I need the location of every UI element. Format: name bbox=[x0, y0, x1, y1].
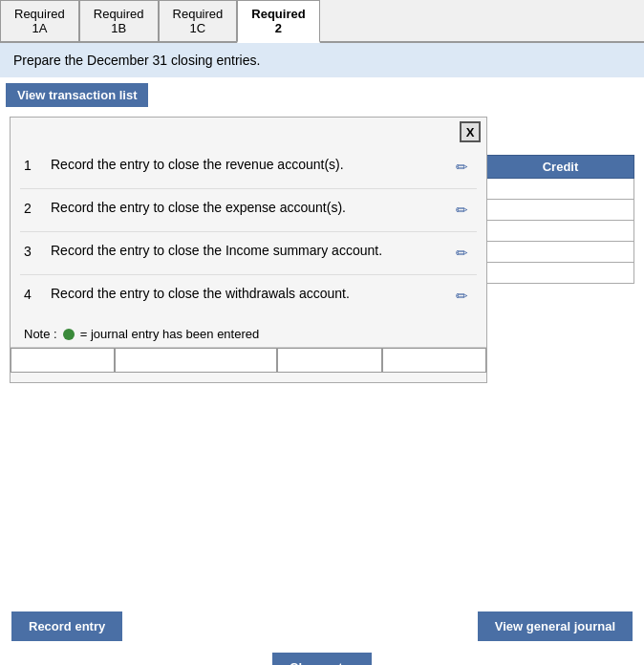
entry-num-4: 4 bbox=[24, 285, 43, 302]
bottom-buttons-row: Record entry View general journal bbox=[0, 604, 644, 649]
main-area: X 1 Record the entry to close the revenu… bbox=[0, 107, 644, 604]
entry-num-2: 2 bbox=[24, 199, 43, 216]
journal-cell-1 bbox=[487, 179, 634, 200]
popup-bottom-input-bar bbox=[11, 347, 486, 373]
journal-row-3 bbox=[487, 221, 634, 242]
entry-text-3: Record the entry to close the Income sum… bbox=[51, 242, 442, 261]
clear-entry-row: Clear entry bbox=[0, 649, 644, 665]
instruction-bar: Prepare the December 31 closing entries. bbox=[0, 43, 644, 77]
entry-item-4: 4 Record the entry to close the withdraw… bbox=[20, 275, 477, 317]
journal-row-1 bbox=[487, 179, 634, 200]
view-general-journal-button[interactable]: View general journal bbox=[478, 611, 633, 641]
note-suffix: = journal entry has been entered bbox=[80, 327, 260, 341]
green-dot-icon bbox=[63, 329, 75, 340]
close-button[interactable]: X bbox=[460, 121, 481, 142]
journal-cell-3 bbox=[487, 221, 634, 242]
popup-panel: X 1 Record the entry to close the revenu… bbox=[10, 117, 487, 383]
entry-text-2: Record the entry to close the expense ac… bbox=[51, 199, 442, 218]
tab-1b[interactable]: Required 1B bbox=[79, 0, 159, 41]
popup-input-1[interactable] bbox=[11, 348, 115, 373]
tab-2[interactable]: Required 2 bbox=[237, 0, 319, 43]
journal-table: Credit bbox=[486, 155, 634, 284]
entry-edit-3[interactable]: ✏ bbox=[450, 242, 473, 265]
note-row: Note : = journal entry has been entered bbox=[11, 317, 486, 345]
entry-num-1: 1 bbox=[24, 156, 43, 173]
note-prefix: Note : bbox=[24, 327, 57, 341]
entry-edit-2[interactable]: ✏ bbox=[450, 199, 473, 222]
entry-item-3: 3 Record the entry to close the Income s… bbox=[20, 232, 477, 275]
view-transaction-list-button[interactable]: View transaction list bbox=[6, 83, 148, 107]
entry-text-1: Record the entry to close the revenue ac… bbox=[51, 156, 442, 175]
entry-text-4: Record the entry to close the withdrawal… bbox=[51, 285, 442, 304]
journal-cell-5 bbox=[487, 263, 634, 284]
entry-list: 1 Record the entry to close the revenue … bbox=[11, 146, 486, 317]
entry-edit-4[interactable]: ✏ bbox=[450, 285, 473, 308]
tabs-row: Required 1A Required 1B Required 1C Requ… bbox=[0, 0, 644, 43]
journal-row-5 bbox=[487, 263, 634, 284]
tab-1a[interactable]: Required 1A bbox=[0, 0, 79, 41]
instruction-text: Prepare the December 31 closing entries. bbox=[13, 53, 260, 68]
journal-row-4 bbox=[487, 242, 634, 263]
journal-row-2 bbox=[487, 200, 634, 221]
entry-num-3: 3 bbox=[24, 242, 43, 259]
journal-area: Credit bbox=[486, 117, 634, 284]
journal-cell-2 bbox=[487, 200, 634, 221]
popup-input-2[interactable] bbox=[115, 348, 277, 373]
popup-input-4[interactable] bbox=[382, 348, 486, 373]
popup-input-3[interactable] bbox=[277, 348, 381, 373]
entry-edit-1[interactable]: ✏ bbox=[450, 156, 473, 179]
entry-item-2: 2 Record the entry to close the expense … bbox=[20, 189, 477, 232]
credit-header: Credit bbox=[487, 156, 634, 179]
clear-entry-button[interactable]: Clear entry bbox=[272, 653, 372, 665]
popup-header: X bbox=[11, 118, 486, 146]
journal-cell-4 bbox=[487, 242, 634, 263]
record-entry-button[interactable]: Record entry bbox=[11, 611, 122, 641]
entry-item-1: 1 Record the entry to close the revenue … bbox=[20, 146, 477, 189]
tab-1c[interactable]: Required 1C bbox=[159, 0, 238, 41]
